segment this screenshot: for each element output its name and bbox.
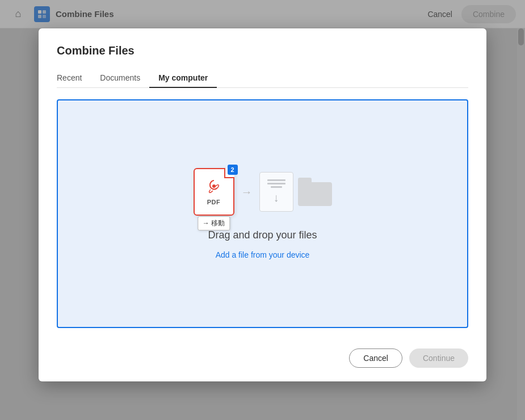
cancel-button[interactable]: Cancel <box>349 348 402 368</box>
tab-my-computer[interactable]: My computer <box>149 69 217 88</box>
drop-zone[interactable]: 2 PDF → 移動 → <box>57 99 468 328</box>
pdf-label: PDF <box>207 199 221 205</box>
dialog-header: Combine Files <box>39 28 486 69</box>
folder-body <box>298 182 332 206</box>
arrow-icon: → <box>241 186 253 199</box>
acrobat-icon <box>206 178 222 196</box>
drag-drop-text: Drag and drop your files <box>208 229 317 241</box>
tab-recent[interactable]: Recent <box>57 69 91 88</box>
doc-down-arrow: ↓ <box>274 191 279 204</box>
folder-icon <box>298 178 332 206</box>
dialog-title: Combine Files <box>57 44 468 57</box>
dialog-footer: Cancel Continue <box>39 339 486 381</box>
pdf-badge: 2 <box>228 165 238 175</box>
dialog-body: 2 PDF → 移動 → <box>39 88 486 339</box>
add-file-link[interactable]: Add a file from your device <box>216 250 310 259</box>
combine-files-dialog: Combine Files Recent Documents My comput… <box>39 28 486 381</box>
doc-line-3 <box>271 186 282 188</box>
doc-lines <box>267 179 285 188</box>
document-icon: ↓ <box>259 172 293 212</box>
svg-point-4 <box>212 184 216 188</box>
doc-line-2 <box>267 183 285 184</box>
tab-documents[interactable]: Documents <box>91 69 149 88</box>
pdf-file-icon: 2 PDF → 移動 <box>194 168 234 216</box>
tabs-container: Recent Documents My computer <box>57 69 468 88</box>
continue-button[interactable]: Continue <box>409 348 468 368</box>
doc-line-1 <box>267 179 285 181</box>
move-tooltip: → 移動 <box>198 216 230 230</box>
drop-icons-area: 2 PDF → 移動 → <box>194 168 332 216</box>
